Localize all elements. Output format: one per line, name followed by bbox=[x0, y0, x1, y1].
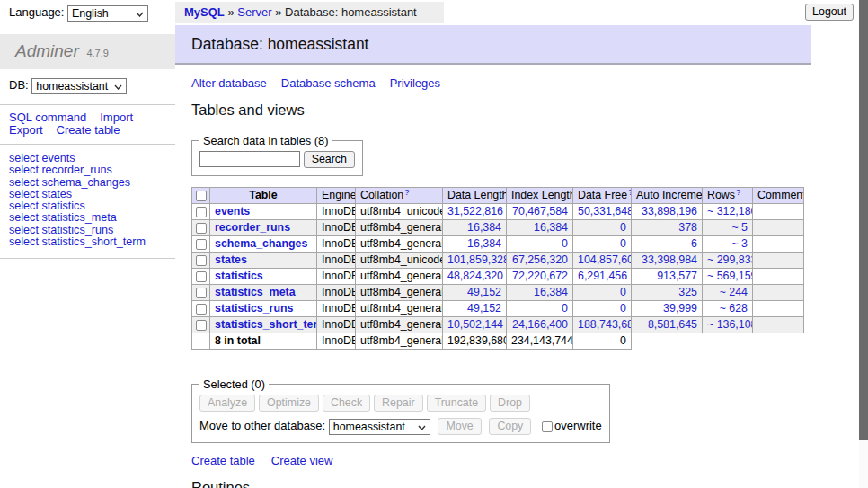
logout-button[interactable]: Logout bbox=[805, 4, 854, 21]
row-checkbox[interactable] bbox=[196, 271, 207, 282]
data-free-link[interactable]: 0 bbox=[620, 221, 626, 234]
data-free-link[interactable]: 188,743,680 bbox=[578, 318, 632, 331]
data-free-link[interactable]: 50,331,648 bbox=[578, 205, 632, 217]
sidebar-link-create-table[interactable]: Create table bbox=[57, 123, 120, 137]
scrollbar-thumb[interactable] bbox=[859, 0, 868, 440]
table-name-link[interactable]: statistics_short_term bbox=[215, 318, 317, 331]
table-name-link[interactable]: states bbox=[215, 253, 247, 266]
index-length-link[interactable]: 70,467,584 bbox=[512, 205, 568, 217]
data-length-link[interactable]: 10,502,144 bbox=[447, 318, 503, 331]
data-length-link[interactable]: 101,859,328 bbox=[447, 253, 507, 266]
engine-cell: InnoDB bbox=[317, 253, 356, 269]
index-length-link[interactable]: 72,220,672 bbox=[512, 270, 568, 282]
sidebar-link-sql-command[interactable]: SQL command bbox=[9, 111, 86, 124]
bulk-check-button[interactable]: Check bbox=[323, 395, 370, 412]
bulk-analyze-button[interactable]: Analyze bbox=[199, 395, 255, 412]
sidebar-select-schema-changes-link[interactable]: select schema_changes bbox=[9, 177, 175, 189]
column-help-link[interactable]: ? bbox=[404, 188, 409, 198]
privileges-link[interactable]: Privileges bbox=[390, 76, 440, 90]
auto-increment-link[interactable]: 39,999 bbox=[663, 302, 697, 315]
rows-count-link[interactable]: ~ 312,180 bbox=[707, 205, 753, 217]
database-schema-link[interactable]: Database schema bbox=[281, 76, 376, 90]
bulk-optimize-button[interactable]: Optimize bbox=[259, 395, 319, 412]
table-name-link[interactable]: schema_changes bbox=[215, 237, 307, 250]
sidebar-link-import[interactable]: Import bbox=[100, 111, 133, 124]
rows-count-link[interactable]: ~ 299,833 bbox=[707, 253, 753, 266]
data-free-link[interactable]: 0 bbox=[620, 237, 626, 250]
table-name-link[interactable]: statistics_meta bbox=[215, 286, 296, 298]
create-table-link[interactable]: Create table bbox=[191, 454, 255, 467]
auto-increment-link[interactable]: 33,398,984 bbox=[642, 253, 697, 266]
index-length-link[interactable]: 0 bbox=[562, 237, 568, 250]
index-length-link[interactable]: 0 bbox=[562, 302, 568, 315]
auto-increment-link[interactable]: 33,898,196 bbox=[642, 205, 697, 217]
index-length-link[interactable]: 16,384 bbox=[534, 221, 568, 234]
sidebar-select-statistics-short-term-link[interactable]: select statistics_short_term bbox=[9, 236, 175, 248]
data-free-link[interactable]: 6,291,456 bbox=[578, 270, 627, 282]
bulk-repair-button[interactable]: Repair bbox=[374, 395, 423, 412]
data-length-link[interactable]: 31,522,816 bbox=[447, 205, 503, 217]
sidebar-select-statistics-link[interactable]: select statistics bbox=[9, 200, 175, 212]
bulk-drop-button[interactable]: Drop bbox=[490, 395, 530, 412]
auto-increment-link[interactable]: 325 bbox=[678, 286, 697, 298]
auto-increment-link[interactable]: 6 bbox=[691, 237, 697, 250]
overwrite-checkbox[interactable] bbox=[542, 421, 553, 432]
sidebar-select-states-link[interactable]: select states bbox=[9, 189, 175, 200]
search-button[interactable]: Search bbox=[304, 151, 355, 168]
auto-increment-link[interactable]: 8,581,645 bbox=[648, 318, 697, 331]
rows-count-link[interactable]: ~ 5 bbox=[731, 221, 748, 234]
bulk-truncate-button[interactable]: Truncate bbox=[427, 395, 486, 412]
scrollbar-track[interactable] bbox=[859, 0, 868, 488]
column-help-link[interactable]: ? bbox=[628, 188, 631, 198]
data-length-link[interactable]: 49,152 bbox=[467, 302, 501, 315]
data-free-link[interactable]: 104,857,600 bbox=[578, 253, 632, 266]
row-checkbox[interactable] bbox=[196, 239, 207, 250]
copy-button[interactable]: Copy bbox=[489, 418, 531, 435]
data-free-link[interactable]: 0 bbox=[620, 302, 626, 315]
table-name-link[interactable]: recorder_runs bbox=[215, 221, 290, 234]
breadcrumb-link-mysql[interactable]: MySQL bbox=[184, 5, 225, 19]
auto-increment-link[interactable]: 913,577 bbox=[657, 270, 697, 282]
alter-database-link[interactable]: Alter database bbox=[191, 76, 267, 90]
row-checkbox[interactable] bbox=[196, 288, 207, 298]
create-view-link[interactable]: Create view bbox=[271, 454, 333, 467]
table-name-link[interactable]: events bbox=[215, 205, 250, 217]
row-checkbox[interactable] bbox=[196, 304, 207, 315]
rows-count-link[interactable]: ~ 628 bbox=[720, 302, 748, 315]
index-length-link[interactable]: 16,384 bbox=[534, 286, 568, 298]
row-checkbox[interactable] bbox=[196, 223, 207, 234]
sidebar-select-events-link[interactable]: select events bbox=[9, 153, 175, 164]
data-length-link[interactable]: 16,384 bbox=[467, 237, 501, 250]
data-length-link[interactable]: 16,384 bbox=[467, 221, 501, 234]
rows-count-link[interactable]: ~ 3 bbox=[731, 237, 748, 250]
table-name-link[interactable]: statistics bbox=[215, 270, 263, 282]
sidebar-select-statistics-runs-link[interactable]: select statistics_runs bbox=[9, 225, 175, 236]
db-select[interactable]: homeassistant bbox=[31, 78, 127, 94]
adminer-logo-link[interactable]: Adminer bbox=[15, 41, 79, 60]
data-free-link[interactable]: 0 bbox=[620, 286, 626, 298]
move-button[interactable]: Move bbox=[438, 418, 481, 435]
row-checkbox[interactable] bbox=[196, 255, 207, 266]
sidebar-select-statistics-meta-link[interactable]: select statistics_meta bbox=[9, 212, 175, 224]
breadcrumb-link-server[interactable]: Server bbox=[237, 5, 271, 19]
rows-count-link[interactable]: ~ 244 bbox=[720, 286, 748, 298]
column-help-link[interactable]: ? bbox=[736, 188, 740, 198]
index-length-link[interactable]: 24,166,400 bbox=[512, 318, 568, 331]
select-all-checkbox[interactable] bbox=[196, 191, 207, 201]
search-input[interactable] bbox=[199, 151, 300, 167]
row-checkbox[interactable] bbox=[196, 207, 207, 217]
rows-count-link[interactable]: ~ 136,108 bbox=[707, 318, 753, 331]
language-select[interactable]: English bbox=[67, 5, 148, 22]
rows-count-link[interactable]: ~ 569,159 bbox=[707, 270, 753, 282]
data-length-link[interactable]: 49,152 bbox=[467, 286, 501, 298]
sidebar-link-export[interactable]: Export bbox=[9, 123, 43, 137]
table-row: schema_changesInnoDButf8mb4_general_ci16… bbox=[192, 236, 804, 253]
rows-count-cell: ~ 628 bbox=[703, 301, 753, 317]
row-checkbox[interactable] bbox=[196, 320, 207, 331]
sidebar-select-recorder-runs-link[interactable]: select recorder_runs bbox=[9, 164, 175, 176]
move-db-select[interactable]: homeassistant bbox=[329, 419, 430, 435]
auto-increment-link[interactable]: 378 bbox=[678, 221, 697, 234]
table-name-link[interactable]: statistics_runs bbox=[215, 302, 293, 315]
index-length-link[interactable]: 67,256,320 bbox=[512, 253, 568, 266]
data-length-link[interactable]: 48,824,320 bbox=[447, 270, 503, 282]
